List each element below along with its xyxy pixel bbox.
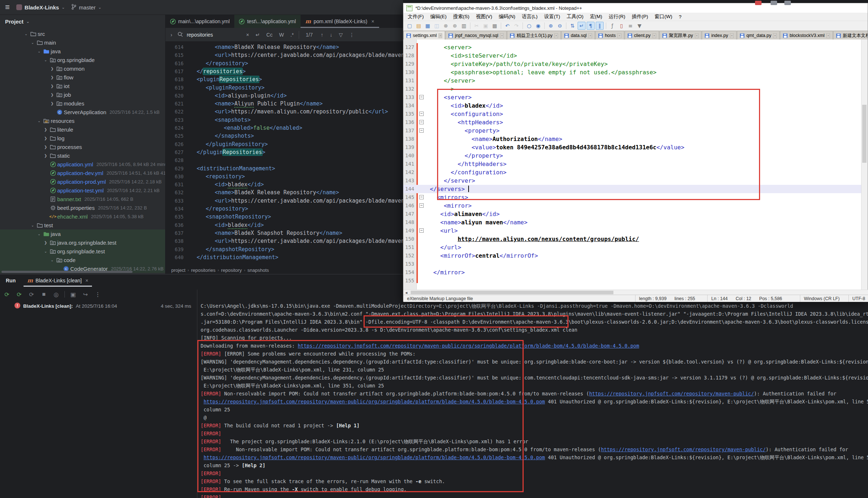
menu-V[interactable]: 视图(V): [473, 13, 495, 21]
indent-guide-icon[interactable]: ∥: [596, 22, 604, 30]
project-panel-header[interactable]: Project ⌄: [0, 15, 165, 28]
npp-code-line-131[interactable]: 131</server>: [403, 76, 862, 85]
fold-marker-icon[interactable]: −: [419, 95, 424, 99]
console-link[interactable]: https://repository.jnpfsoft.com/reposito…: [204, 399, 545, 404]
editor-tab-main-...-application.yml[interactable]: main\...\application.yml: [165, 15, 234, 28]
npp-code-line-128[interactable]: 128<id>siteServer</id>: [403, 51, 862, 60]
word-wrap-icon[interactable]: ↵: [578, 22, 586, 30]
npp-tab-6[interactable]: 聚宽跟单.py×: [659, 31, 701, 40]
npp-code-line-150[interactable]: 150http://maven.aliyun.com/nexus/content…: [403, 235, 862, 243]
npp-code-line-148[interactable]: 148<name>aliyun maven</name>: [403, 218, 862, 227]
npp-tab-5[interactable]: client.py×: [625, 31, 659, 40]
save-icon[interactable]: ▦: [424, 22, 432, 30]
code-line-627[interactable]: 627</pluginRepositories>: [165, 148, 403, 156]
maximize-button[interactable]: [771, 1, 777, 5]
code-line-623[interactable]: 623<snapshots>: [165, 116, 403, 124]
chevron-right-icon[interactable]: ❯: [42, 128, 49, 132]
chevron-right-icon[interactable]: ❯: [49, 101, 56, 105]
import-test-icon[interactable]: ↪: [81, 291, 89, 298]
close-icon[interactable]: ×: [695, 33, 699, 38]
menu-L[interactable]: 语言(L): [519, 13, 541, 21]
scroll-left-icon[interactable]: ◄: [403, 291, 409, 295]
npp-tab-1[interactable]: jnpf_nacos_mysql.sql×: [445, 31, 507, 40]
tree-horizontal-scrollbar[interactable]: [1, 271, 133, 273]
coverage-icon[interactable]: ◎: [52, 291, 60, 298]
chevron-down-icon[interactable]: ⌄: [35, 232, 43, 236]
horizontal-scrollbar[interactable]: ◄: [403, 290, 868, 295]
close-icon[interactable]: ⊗: [442, 22, 450, 30]
undo-icon[interactable]: ↶: [503, 22, 511, 30]
chevron-right-icon[interactable]: ❯: [49, 75, 56, 79]
npp-tab-8[interactable]: qmt_data.py×: [737, 31, 780, 40]
tree-item-code[interactable]: ⌄code: [0, 256, 165, 264]
find-icon[interactable]: ○: [525, 22, 533, 30]
npp-code-line-135[interactable]: 135−<configuration>: [403, 110, 862, 118]
code-line-630[interactable]: 630<repository>: [165, 173, 403, 180]
save-all-icon[interactable]: ◫: [433, 22, 441, 30]
code-line-629[interactable]: 629<distributionManagement>: [165, 165, 403, 173]
close-icon[interactable]: ×: [773, 33, 777, 38]
npp-tab-2[interactable]: 精益卫士1.0(1).py×: [507, 31, 561, 40]
chevron-down-icon[interactable]: ⌄: [42, 58, 49, 62]
tree-item-banner.txt[interactable]: banner.txt2025/7/16 14:05, 662 B: [0, 195, 165, 203]
tree-item-test[interactable]: ⌄test: [0, 221, 165, 229]
tree-item-java[interactable]: ⌄java: [0, 47, 165, 55]
code-line-620[interactable]: 620<id>aliyun-plugin</id>: [165, 92, 403, 100]
close-icon[interactable]: ×: [85, 278, 88, 283]
close-icon[interactable]: ×: [439, 33, 442, 38]
tree-item-static[interactable]: ❯static: [0, 151, 165, 160]
menu-P[interactable]: 插件(P): [629, 13, 651, 21]
tree-item-iot[interactable]: ❯iot: [0, 82, 165, 90]
rerun-debug-icon[interactable]: ⟳: [15, 291, 23, 298]
console-link[interactable]: https://repository.jnpfsoft.com/reposito…: [589, 391, 754, 397]
close-icon[interactable]: ×: [826, 33, 830, 38]
tree-item-application-dev.yml[interactable]: application-dev.yml2025/7/16 14:51, 4.16…: [0, 169, 165, 177]
fold-marker-icon[interactable]: −: [419, 228, 424, 233]
match-case-button[interactable]: Cc: [265, 31, 274, 38]
doc-map-icon[interactable]: ▯: [617, 22, 625, 30]
run-tab[interactable]: m BladeX-Links [clean] ×: [25, 274, 91, 287]
tree-item-beetl.properties[interactable]: beetl.properties2025/7/16 14:22, 232 B: [0, 203, 165, 212]
code-line-639[interactable]: 639</snapshotRepository>: [165, 245, 403, 253]
code-line-633[interactable]: 633<url>https://center.javablade.com/api…: [165, 197, 403, 205]
chevron-down-icon[interactable]: ⌄: [42, 249, 49, 253]
new-file-icon[interactable]: ▢: [406, 22, 414, 30]
tree-item-application-prod.yml[interactable]: application-prod.yml2025/7/16 14:22, 2.1…: [0, 177, 165, 186]
npp-code-line-133[interactable]: 133−<server>: [403, 93, 862, 101]
chevron-right-icon[interactable]: ❯: [42, 145, 49, 149]
npp-code-line-130[interactable]: 130<passphrase>optional; leave empty if …: [403, 68, 862, 76]
filter-icon[interactable]: ▽: [337, 31, 344, 38]
replace-icon[interactable]: ◉: [534, 22, 542, 30]
more-options-icon[interactable]: ⋮: [94, 291, 102, 298]
close-icon[interactable]: ×: [372, 18, 374, 24]
close-icon[interactable]: ×: [617, 33, 621, 38]
branch-widget[interactable]: master ⌄: [71, 4, 101, 11]
chevron-right-icon[interactable]: ❯: [42, 154, 49, 158]
stop-icon[interactable]: ■: [40, 291, 48, 298]
code-line-621[interactable]: 621<name>Aliyun Public Plugin</name>: [165, 100, 403, 108]
npp-tab-7[interactable]: index.py×: [702, 31, 737, 40]
npp-code-line-144[interactable]: 144</servers>: [403, 185, 862, 193]
code-line-616[interactable]: 616</repository>: [165, 59, 403, 67]
open-folder-icon[interactable]: ▤: [415, 22, 423, 30]
tree-item-application.yml[interactable]: application.yml2025/7/16 14:05, 8.94 kB …: [0, 160, 165, 169]
npp-code-line-143[interactable]: 143</server>: [403, 177, 862, 185]
project-widget[interactable]: BladeX-Links ⌄: [16, 4, 65, 11]
fold-marker-icon[interactable]: −: [419, 112, 424, 116]
tree-item-org.springblade.test[interactable]: ⌄org.springblade.test: [0, 247, 165, 256]
notepadpp-editor[interactable]: 127<server>128<id>siteServer</id>129<pri…: [403, 40, 862, 290]
close-button[interactable]: [755, 1, 762, 5]
url-link[interactable]: http://maven.aliyun.com/nexus/content/gr…: [458, 236, 639, 242]
code-line-617[interactable]: 617</repositories>: [165, 67, 403, 75]
words-button[interactable]: W: [278, 31, 285, 38]
main-menu-icon[interactable]: ≡: [5, 3, 10, 11]
tree-item-java[interactable]: ⌄java: [0, 229, 165, 238]
npp-code-line-129[interactable]: 129<privateKey>/path/to/private/key</pri…: [403, 60, 862, 68]
tree-item-serverapplication[interactable]: CServerApplication2025/7/16 14:22, 1.5 k…: [0, 108, 165, 116]
npp-code-line-137[interactable]: 137−<property>: [403, 126, 862, 135]
fold-marker-icon[interactable]: −: [419, 195, 424, 199]
npp-code-line-138[interactable]: 138<name>Authorization</name>: [403, 135, 862, 143]
menu-F[interactable]: 文件(F): [405, 13, 427, 21]
clear-search-icon[interactable]: ×: [245, 31, 251, 38]
breadcrumb-item-snapshots[interactable]: snapshots: [247, 267, 269, 273]
